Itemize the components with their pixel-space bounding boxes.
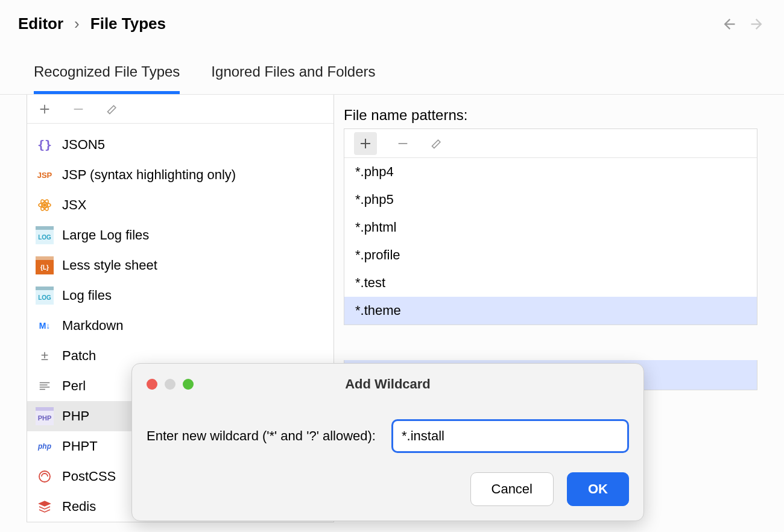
patterns-list[interactable]: *.php4 *.php5 *.phtml *.profile *.test *… (344, 158, 757, 325)
wildcard-prompt-label: Enter new wildcard ('*' and '?' allowed)… (147, 428, 376, 444)
pattern-item[interactable]: *.php5 (344, 186, 757, 214)
file-type-log[interactable]: LOG Log files (27, 280, 334, 311)
nav-forward-icon[interactable] (749, 16, 766, 33)
jsp-icon: JSP (36, 166, 54, 184)
file-type-label: PostCSS (62, 469, 116, 484)
pattern-text: *.php4 (355, 164, 394, 179)
wildcard-input[interactable] (391, 419, 629, 453)
log-icon: LOG (36, 226, 54, 244)
log-icon: LOG (36, 287, 54, 305)
file-types-toolbar (27, 95, 334, 124)
file-type-label: Large Log files (62, 227, 149, 243)
patterns-heading: File name patterns: (344, 107, 757, 124)
jsx-icon (36, 196, 54, 214)
add-pattern-button[interactable] (354, 132, 377, 155)
file-type-label: Log files (62, 288, 112, 303)
nav-arrows (720, 16, 766, 33)
breadcrumb-separator: › (74, 14, 80, 33)
breadcrumb: Editor › File Types (18, 14, 166, 33)
ok-button[interactable]: OK (567, 472, 629, 506)
file-type-label: PHPT (62, 439, 98, 454)
file-type-label: Patch (62, 348, 96, 364)
svg-point-0 (43, 204, 46, 206)
perl-icon (36, 377, 54, 395)
file-type-label: JSON5 (62, 137, 105, 153)
pattern-text: *.php5 (355, 192, 394, 207)
remove-pattern-button[interactable] (395, 136, 411, 151)
dialog-title: Add Wildcard (147, 376, 629, 392)
add-file-type-button[interactable] (37, 101, 52, 117)
pattern-text: *.theme (355, 303, 401, 318)
pattern-item[interactable]: *.test (344, 269, 757, 297)
patch-icon: ± (36, 347, 54, 365)
file-type-less[interactable]: {L} Less style sheet (27, 250, 334, 280)
remove-file-type-button[interactable] (71, 101, 86, 117)
file-type-jsx[interactable]: JSX (27, 190, 334, 220)
file-type-large-log[interactable]: LOG Large Log files (27, 220, 334, 250)
less-icon: {L} (36, 256, 54, 274)
file-type-label: JSP (syntax highlighting only) (62, 167, 236, 183)
file-type-label: Markdown (62, 318, 123, 334)
edit-file-type-button[interactable] (104, 101, 120, 117)
tabs: Recognized File Types Ignored Files and … (0, 39, 784, 95)
nav-back-icon[interactable] (720, 16, 737, 33)
phpt-icon: php (36, 437, 54, 455)
pattern-item[interactable]: *.phtml (344, 214, 757, 241)
svg-point-4 (39, 471, 50, 482)
tab-recognized[interactable]: Recognized File Types (34, 63, 180, 94)
cancel-button[interactable]: Cancel (470, 472, 554, 506)
pattern-text: *.test (355, 275, 385, 290)
pattern-text: *.phtml (355, 220, 396, 235)
file-type-json5[interactable]: {} JSON5 (27, 130, 334, 160)
file-type-label: PHP (62, 408, 89, 424)
pattern-item[interactable]: *.theme (344, 297, 757, 325)
php-icon: PHP (36, 407, 54, 425)
file-type-label: Less style sheet (62, 258, 157, 273)
json5-icon: {} (36, 136, 54, 154)
breadcrumb-leaf: File Types (90, 14, 166, 33)
markdown-icon: M↓ (36, 317, 54, 335)
file-type-jsp[interactable]: JSP JSP (syntax highlighting only) (27, 160, 334, 190)
postcss-icon (36, 467, 54, 486)
redis-icon (36, 498, 54, 516)
file-type-label: JSX (62, 197, 86, 213)
patterns-toolbar (344, 129, 757, 158)
file-type-markdown[interactable]: M↓ Markdown (27, 311, 334, 341)
edit-pattern-button[interactable] (429, 136, 444, 151)
pattern-text: *.profile (355, 247, 400, 262)
breadcrumb-root[interactable]: Editor (18, 14, 63, 33)
add-wildcard-dialog: Add Wildcard Enter new wildcard ('*' and… (131, 363, 644, 521)
file-type-label: Redis (62, 499, 96, 515)
tab-ignored[interactable]: Ignored Files and Folders (211, 63, 375, 94)
header-bar: Editor › File Types (0, 0, 784, 39)
pattern-item[interactable]: *.profile (344, 241, 757, 269)
pattern-item[interactable]: *.php4 (344, 158, 757, 186)
file-type-label: Perl (62, 378, 86, 394)
